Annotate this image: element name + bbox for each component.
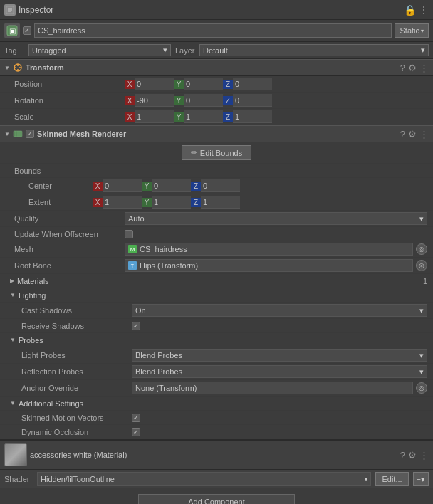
- anchor-override-row: Anchor Override None (Transform) ◎: [0, 380, 433, 397]
- menu-icon[interactable]: ⋮: [419, 4, 429, 16]
- title-bar-actions: 🔒 ⋮: [404, 4, 429, 16]
- shader-edit-button[interactable]: Edit...: [375, 472, 408, 486]
- static-dropdown-arrow: ▾: [421, 28, 424, 34]
- receive-shadows-checkbox[interactable]: [132, 322, 140, 330]
- scale-y-input[interactable]: [184, 110, 223, 123]
- scale-x-input[interactable]: [135, 110, 174, 123]
- scale-z-input[interactable]: [233, 110, 272, 123]
- receive-shadows-value: [132, 322, 427, 330]
- root-bone-picker-button[interactable]: ◎: [416, 260, 427, 271]
- dynamic-occlusion-checkbox[interactable]: [132, 428, 140, 436]
- skinned-mesh-active-checkbox[interactable]: [26, 130, 34, 138]
- bounds-extent-x[interactable]: [103, 196, 142, 209]
- object-name-input[interactable]: [34, 23, 392, 38]
- scale-value: X Y Z: [125, 110, 427, 123]
- bounds-extent-z[interactable]: [201, 196, 240, 209]
- probes-sub-header[interactable]: ▼ Probes: [0, 333, 433, 347]
- light-probes-dropdown[interactable]: Blend Probes ▾: [132, 349, 427, 362]
- inspector-title: Inspector: [19, 5, 404, 15]
- bounds-extent-y[interactable]: [152, 196, 191, 209]
- transform-menu-icon[interactable]: ⋮: [419, 63, 429, 73]
- position-z-input[interactable]: [233, 78, 272, 90]
- skinned-motion-value: [132, 414, 427, 422]
- materials-label: Materials: [17, 277, 49, 285]
- dynamic-occlusion-label: Dynamic Occlusion: [21, 428, 132, 436]
- root-bone-label: Root Bone: [14, 261, 125, 270]
- add-component-button[interactable]: Add Component: [138, 494, 295, 504]
- materials-count: 1: [423, 277, 427, 285]
- update-offscreen-row: Update When Offscreen: [0, 227, 433, 241]
- mesh-label: Mesh: [14, 245, 125, 253]
- material-menu-icon[interactable]: ⋮: [419, 450, 429, 461]
- layer-dropdown[interactable]: Default ▾: [199, 44, 429, 56]
- position-y-input[interactable]: [184, 78, 223, 90]
- skinned-mesh-help-icon[interactable]: ?: [400, 129, 405, 140]
- object-active-checkbox[interactable]: [23, 26, 31, 35]
- skinned-mesh-section-header[interactable]: ▼ Skinned Mesh Renderer ? ⚙ ⋮: [0, 125, 433, 142]
- tag-dropdown[interactable]: Untagged ▾: [28, 44, 171, 56]
- additional-settings-title: Additional Settings: [19, 399, 83, 408]
- materials-sub-header[interactable]: ▶ Materials 1: [0, 274, 433, 288]
- mesh-value: M CS_hairdress ◎: [125, 243, 427, 256]
- skinned-mesh-icon: [13, 129, 23, 139]
- bounds-center-z[interactable]: [201, 179, 240, 192]
- position-x-input[interactable]: [135, 78, 174, 90]
- edit-bounds-button[interactable]: ✏ Edit Bounds: [182, 145, 251, 160]
- quality-dropdown-arrow: ▾: [419, 214, 424, 224]
- light-probes-label: Light Probes: [21, 351, 132, 359]
- bounds-extent-label: Extent: [28, 198, 93, 206]
- bounds-center-x[interactable]: [103, 179, 142, 192]
- update-offscreen-checkbox[interactable]: [125, 230, 133, 238]
- mesh-field[interactable]: M CS_hairdress: [125, 243, 413, 256]
- probes-title: Probes: [19, 336, 43, 345]
- bounds-center-y[interactable]: [152, 179, 191, 192]
- root-bone-field[interactable]: T Hips (Transform): [125, 259, 413, 272]
- shader-dropdown-arrow: ▾: [365, 476, 367, 483]
- dynamic-occlusion-value: [132, 428, 427, 436]
- material-settings-icon[interactable]: ⚙: [408, 450, 417, 461]
- additional-settings-sub-header[interactable]: ▼ Additional Settings: [0, 397, 433, 411]
- scale-x-label: X: [125, 112, 135, 122]
- shader-field[interactable]: Hidden/lilToonOutline ▾: [37, 472, 371, 486]
- material-header: accessories white (Material) ? ⚙ ⋮: [0, 441, 433, 470]
- probes-triangle: ▼: [10, 337, 16, 343]
- lock-icon[interactable]: 🔒: [404, 4, 416, 16]
- skinned-mesh-menu-icon[interactable]: ⋮: [419, 129, 429, 140]
- rotation-z-input[interactable]: [233, 94, 272, 107]
- material-help-icon[interactable]: ?: [400, 450, 405, 461]
- shader-list-arrow: ▾: [421, 475, 425, 484]
- mesh-picker-button[interactable]: ◎: [416, 243, 427, 255]
- scale-label: Scale: [14, 112, 125, 121]
- material-name: accessories white (Material): [30, 451, 397, 459]
- reflection-probes-dropdown[interactable]: Blend Probes ▾: [132, 365, 427, 378]
- transform-settings-icon[interactable]: ⚙: [408, 63, 417, 73]
- rotation-z-label: Z: [223, 96, 233, 105]
- receive-shadows-row: Receive Shadows: [0, 319, 433, 333]
- root-bone-row: Root Bone T Hips (Transform) ◎: [0, 258, 433, 274]
- anchor-override-picker[interactable]: ◎: [416, 382, 427, 394]
- quality-dropdown[interactable]: Auto ▾: [125, 212, 427, 225]
- shader-list-button[interactable]: ≡ ▾: [413, 472, 429, 486]
- rotation-x-input[interactable]: [135, 94, 174, 107]
- transform-help-icon[interactable]: ?: [400, 63, 405, 73]
- skinned-motion-checkbox[interactable]: [132, 414, 140, 422]
- quality-label: Quality: [14, 214, 125, 223]
- position-y-label: Y: [174, 80, 184, 89]
- rotation-y-input[interactable]: [184, 94, 223, 107]
- skinned-mesh-settings-icon[interactable]: ⚙: [408, 129, 417, 140]
- lighting-sub-header[interactable]: ▼ Lighting: [0, 288, 433, 303]
- cast-shadows-dropdown[interactable]: On ▾: [132, 304, 427, 317]
- edit-bounds-row: ✏ Edit Bounds: [0, 142, 433, 164]
- static-button[interactable]: Static ▾: [395, 23, 429, 38]
- object-header: ▣ Static ▾: [0, 20, 433, 42]
- bounds-center-row: Center X Y Z: [0, 178, 433, 194]
- material-actions: ? ⚙ ⋮: [400, 450, 429, 461]
- transform-section-header[interactable]: ▼ Transform ? ⚙ ⋮: [0, 59, 433, 76]
- skinned-mesh-actions: ? ⚙ ⋮: [400, 129, 429, 140]
- cast-shadows-row: Cast Shadows On ▾: [0, 303, 433, 319]
- rotation-value: X Y Z: [125, 94, 427, 107]
- anchor-override-field[interactable]: None (Transform): [132, 382, 413, 394]
- update-offscreen-label: Update When Offscreen: [14, 230, 125, 238]
- bounds-header: Bounds: [0, 164, 433, 178]
- receive-shadows-label: Receive Shadows: [21, 322, 132, 330]
